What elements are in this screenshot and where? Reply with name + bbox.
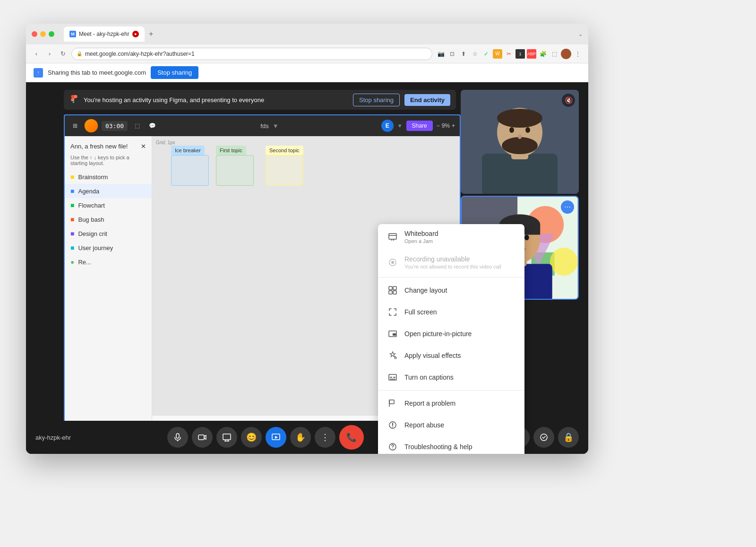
figma-user-dropdown[interactable]: ▼ bbox=[397, 123, 403, 129]
share-icon[interactable]: ⊡ bbox=[447, 49, 457, 59]
activities-button[interactable] bbox=[533, 427, 554, 448]
sidebar-item-agenda[interactable]: ■ Agenda bbox=[65, 184, 152, 198]
sharing-icon: ↑ bbox=[34, 68, 43, 78]
brainstorm-label: Brainstorm bbox=[78, 174, 108, 181]
ext-icon-1[interactable]: W bbox=[493, 49, 502, 59]
brainstorm-icon: ■ bbox=[70, 173, 74, 181]
yellow-box bbox=[266, 155, 303, 186]
window-controls: ⌄ bbox=[578, 31, 583, 37]
end-activity-button[interactable]: End activity bbox=[404, 94, 450, 106]
window-icon[interactable]: ⬚ bbox=[550, 49, 559, 59]
menu-item-whiteboard[interactable]: Whiteboard Open a Jam bbox=[378, 224, 524, 250]
download-icon[interactable]: ⬆ bbox=[459, 49, 468, 59]
svg-point-14 bbox=[518, 134, 522, 139]
end-call-button[interactable]: 📞 bbox=[339, 425, 364, 450]
camera-icon[interactable]: 📷 bbox=[436, 49, 446, 59]
flag-icon bbox=[387, 398, 398, 408]
raise-hand-button[interactable]: ✋ bbox=[290, 427, 311, 448]
profile-avatar[interactable] bbox=[561, 49, 571, 59]
green-box bbox=[216, 155, 254, 186]
reload-button[interactable]: ↻ bbox=[58, 49, 68, 59]
menu-item-report-abuse[interactable]: Report abuse bbox=[378, 414, 524, 436]
menu-item-report-problem[interactable]: Report a problem bbox=[378, 392, 524, 414]
menu-item-pip[interactable]: Open picture-in-picture bbox=[378, 323, 524, 345]
svg-point-40 bbox=[395, 357, 396, 359]
svg-rect-34 bbox=[389, 287, 392, 290]
screenshare-button[interactable] bbox=[216, 427, 237, 448]
url-bar[interactable]: 🔒 meet.google.com/aky-hzpk-ehr?authuser=… bbox=[71, 48, 432, 60]
sidebar-item-userjourney[interactable]: ■ User journey bbox=[65, 241, 152, 255]
whiteboard-label: Whiteboard bbox=[404, 230, 438, 237]
menu-item-fullscreen[interactable]: Full screen bbox=[378, 301, 524, 323]
new-tab-button[interactable]: + bbox=[145, 27, 158, 41]
sidebar-item-re[interactable]: ● Re... bbox=[65, 255, 152, 269]
ext-icon-2[interactable]: ✂ bbox=[504, 49, 514, 59]
whiteboard-sublabel: Open a Jam bbox=[404, 238, 438, 244]
svg-point-10 bbox=[497, 109, 542, 128]
menu-item-visual-effects[interactable]: Apply visual effects bbox=[378, 345, 524, 366]
troubleshooting-label: Troubleshooting & help bbox=[404, 443, 472, 451]
figma-share-button[interactable]: Share bbox=[406, 121, 433, 131]
svg-rect-39 bbox=[393, 333, 396, 336]
abp-icon[interactable]: ABP bbox=[527, 49, 536, 59]
svg-rect-44 bbox=[390, 379, 395, 380]
forward-button[interactable]: › bbox=[45, 49, 54, 59]
figma-title-dropdown[interactable]: ▼ bbox=[273, 122, 279, 130]
menu-item-change-layout[interactable]: Change layout bbox=[378, 279, 524, 301]
present-button[interactable] bbox=[266, 427, 286, 448]
svg-point-33 bbox=[391, 261, 394, 264]
stop-sharing-button[interactable]: Stop sharing bbox=[353, 94, 400, 106]
sidebar-item-flowchart[interactable]: ■ Flowchart bbox=[65, 198, 152, 212]
minimize-window-button[interactable] bbox=[40, 31, 46, 37]
menu-divider-1 bbox=[378, 277, 524, 278]
sticky-first-topic: First topic bbox=[216, 146, 246, 155]
bugbash-label: Bug bash bbox=[78, 216, 104, 223]
zoom-in-icon[interactable]: + bbox=[452, 122, 455, 129]
sidebar-header: Ann, a fresh new file! ✕ bbox=[65, 141, 152, 154]
sidebar-item-designcrit[interactable]: ■ Design crit bbox=[65, 226, 152, 241]
figma-menu-icon[interactable]: ⊞ bbox=[69, 120, 81, 131]
zoom-level: 9% bbox=[442, 122, 450, 129]
svg-point-12 bbox=[509, 127, 514, 133]
browser-window: M Meet - aky-hzpk-ehr ● + ⌄ ‹ › ↻ 🔒 meet… bbox=[26, 24, 588, 454]
puzzle-icon[interactable]: 🧩 bbox=[538, 49, 548, 59]
bugbash-icon: ■ bbox=[70, 216, 74, 223]
figma-layout-icon[interactable]: ⬚ bbox=[131, 120, 143, 131]
lock-button[interactable]: 🔒 bbox=[558, 427, 579, 448]
maximize-window-button[interactable] bbox=[49, 31, 54, 37]
figma-toolbar: ⊞ 03:00 ⬚ 💬 fds ▼ E ▼ Share − bbox=[65, 115, 460, 136]
active-tab[interactable]: M Meet - aky-hzpk-ehr ● bbox=[64, 26, 145, 42]
svg-point-13 bbox=[525, 127, 530, 133]
svg-rect-43 bbox=[393, 377, 395, 378]
svg-rect-56 bbox=[223, 434, 231, 440]
captions-label: Turn on captions bbox=[404, 373, 454, 381]
microphone-button[interactable] bbox=[167, 427, 188, 448]
svg-point-26 bbox=[524, 235, 529, 241]
sidebar-item-bugbash[interactable]: ■ Bug bash bbox=[65, 212, 152, 226]
svg-point-51 bbox=[392, 449, 393, 450]
figma-comment-icon[interactable]: 💬 bbox=[146, 120, 158, 131]
title-bar: M Meet - aky-hzpk-ehr ● + ⌄ bbox=[26, 24, 588, 44]
close-window-button[interactable] bbox=[32, 31, 37, 37]
menu-item-troubleshooting[interactable]: Troubleshooting & help bbox=[378, 436, 524, 454]
person1-silhouette bbox=[461, 90, 579, 194]
designcrit-icon: ■ bbox=[70, 230, 74, 237]
more-options-icon[interactable]: ⋮ bbox=[573, 49, 583, 59]
ext-icon-3[interactable]: 1 bbox=[515, 49, 525, 59]
sharing-bar: ↑ Sharing this tab to meet.google.com St… bbox=[26, 63, 588, 82]
grammarly-icon[interactable]: ✓ bbox=[481, 49, 491, 59]
effects-icon bbox=[387, 350, 398, 361]
browser-stop-sharing-button[interactable]: Stop sharing bbox=[151, 66, 198, 79]
sidebar-collapse[interactable]: ✕ bbox=[141, 143, 146, 150]
sidebar-item-brainstorm[interactable]: ■ Brainstorm bbox=[65, 170, 152, 184]
emoji-button[interactable]: 😊 bbox=[241, 427, 262, 448]
address-bar: ‹ › ↻ 🔒 meet.google.com/aky-hzpk-ehr?aut… bbox=[26, 44, 588, 63]
tab-close-button[interactable]: ● bbox=[132, 31, 139, 37]
more-button[interactable]: ⋮ bbox=[315, 427, 335, 448]
star-icon[interactable]: ☆ bbox=[470, 49, 480, 59]
back-button[interactable]: ‹ bbox=[32, 49, 41, 59]
zoom-out-icon[interactable]: − bbox=[437, 122, 440, 129]
menu-item-captions[interactable]: Turn on captions bbox=[378, 366, 524, 388]
camera-button[interactable] bbox=[192, 427, 213, 448]
person2-more-button[interactable]: ⋯ bbox=[561, 200, 574, 214]
